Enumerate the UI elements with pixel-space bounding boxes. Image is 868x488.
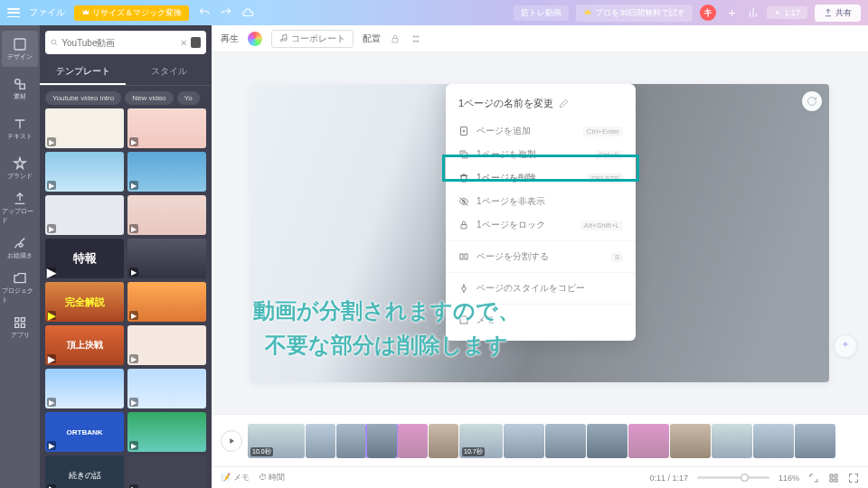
instruction-overlay: 動画が分割されますので、 不要な部分は削除します [253,294,520,363]
pencil-icon[interactable] [559,99,569,108]
timeline-clip[interactable] [504,424,544,458]
tab-templates[interactable]: テンプレート [40,60,126,85]
resize-magic-button[interactable]: リサイズ＆マジック変換 [74,5,189,21]
timeline: 10.0秒10.7秒 [212,414,868,466]
svg-point-1 [15,79,20,83]
file-menu[interactable]: ファイル [29,6,65,19]
zoom-slider[interactable] [697,476,769,479]
fullscreen-icon[interactable] [848,473,859,483]
rail-brand[interactable]: ブランド [2,150,38,186]
svg-rect-8 [392,38,398,42]
play-button[interactable]: 再生 [221,33,239,45]
avatar[interactable]: キ [700,5,716,21]
grid-icon[interactable] [828,473,839,483]
template-item[interactable]: ▶ [127,455,206,488]
template-item[interactable]: ▶ [45,152,124,192]
timeline-clip[interactable]: 10.0秒 [248,424,305,458]
template-item[interactable]: ▶ [127,282,206,322]
rail-design[interactable]: デザイン [2,31,38,67]
search-input[interactable]: ✕ [45,31,206,54]
corporate-button[interactable]: コーポレート [271,30,354,48]
timeline-clip[interactable] [545,424,586,458]
zoom-level[interactable]: 116% [778,474,799,483]
preview-button[interactable]: 1:17 [767,6,807,19]
timeline-clip[interactable] [753,424,794,458]
rail-projects[interactable]: プロジェクト [2,269,38,305]
chip[interactable]: Yo [177,91,200,105]
redo-icon[interactable] [220,6,232,19]
analytics-icon[interactable] [747,6,760,19]
svg-rect-2 [20,84,24,89]
ctx-lock[interactable]: 1ページをロックAlt+Shift+L [446,213,636,237]
ctx-duplicate[interactable]: 1ページを複製Ctrl+D [446,143,636,166]
timeline-clip[interactable]: 10.7秒 [459,424,503,458]
timeline-clip[interactable] [336,424,366,458]
menu-icon[interactable] [7,8,20,17]
template-item[interactable]: ▶ [127,152,206,192]
timeline-clip[interactable] [587,424,627,458]
lock-icon[interactable] [390,33,401,44]
timeline-clip[interactable] [712,424,752,458]
top-bar: ファイル リサイズ＆マジック変換 筋トレ動画 プロを30日間無料で試す キ + … [0,0,868,25]
timeline-clip[interactable] [306,424,335,458]
timeline-play-button[interactable] [221,430,242,452]
rail-text[interactable]: テキスト [2,110,38,146]
try-pro-button[interactable]: プロを30日間無料で試す [576,5,693,22]
template-item[interactable]: 特報▶ [45,239,124,278]
ai-sparkle-button[interactable] [834,334,857,358]
ctx-add-page[interactable]: ページを追加Ctrl+Enter [446,119,636,143]
expand-icon[interactable] [808,473,819,483]
template-item[interactable]: ▶ [45,195,124,235]
timeline-clip[interactable] [670,424,711,458]
refresh-button[interactable] [802,91,822,111]
svg-rect-6 [21,324,24,327]
timeline-clip[interactable] [398,424,428,458]
rail-upload[interactable]: アップロード [2,190,38,226]
copy-icon [458,149,469,160]
side-rail: デザイン 素材 テキスト ブランド アップロード お絵描き プロジェクト アプリ [0,25,40,488]
filter-icon[interactable] [191,37,201,48]
template-item[interactable]: ▶ [45,108,124,148]
svg-rect-14 [465,254,467,259]
timeline-clip[interactable] [795,424,835,458]
rail-draw[interactable]: お絵描き [2,230,38,266]
add-button[interactable]: + [723,5,740,21]
settings-icon[interactable] [410,33,422,45]
time-mode-toggle[interactable]: ⏱ 時間 [259,472,286,483]
plus-page-icon [458,126,469,136]
project-name[interactable]: 筋トレ動画 [514,5,569,21]
template-item[interactable]: 続きの話▶ [45,455,124,488]
template-item[interactable]: ▶ [127,239,206,278]
template-item[interactable]: 頂上決戦▶ [45,325,124,365]
template-item[interactable]: ▶ [127,325,206,365]
template-item[interactable]: ORTBANK▶ [45,412,124,452]
chip[interactable]: Youtube video intro [45,91,121,105]
template-item[interactable]: ▶ [127,369,206,408]
timeline-clip[interactable] [628,424,669,458]
chip[interactable]: New video [125,91,173,105]
ctx-split[interactable]: ページを分割するS [446,245,636,268]
timeline-clips[interactable]: 10.0秒10.7秒 [248,424,859,458]
svg-rect-15 [830,474,833,477]
rail-elements[interactable]: 素材 [2,70,38,107]
template-item[interactable]: ▶ [45,369,124,408]
timeline-clip[interactable] [367,424,397,458]
undo-icon[interactable] [198,6,211,19]
memo-toggle[interactable]: 📝 メモ [221,472,250,483]
color-wheel-icon[interactable] [248,32,262,46]
ctx-hide[interactable]: 1ページを非表示 [446,190,636,213]
timeline-clip[interactable] [429,424,458,458]
template-item[interactable]: ▶ [127,195,206,235]
share-button[interactable]: 共有 [815,5,861,22]
rail-apps[interactable]: アプリ [2,309,38,345]
ctx-delete[interactable]: 1ページを削除DELETE [446,166,636,190]
search-field[interactable] [61,38,176,48]
template-item[interactable]: ▶ [127,412,206,452]
template-item[interactable]: 完全解説▶ [45,282,124,322]
template-item[interactable]: ▶ [127,108,206,148]
search-icon [51,37,58,48]
arrange-button[interactable]: 配置 [363,33,381,45]
clear-icon[interactable]: ✕ [180,38,187,48]
svg-rect-17 [830,479,833,482]
tab-styles[interactable]: スタイル [126,60,212,85]
